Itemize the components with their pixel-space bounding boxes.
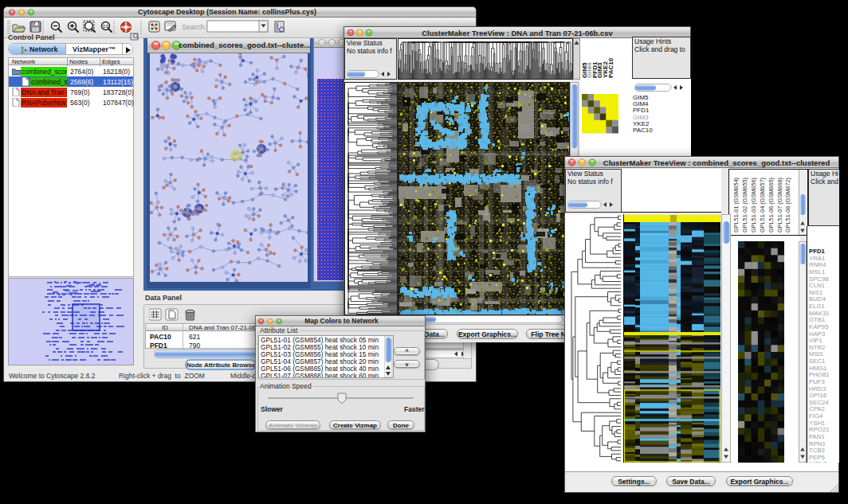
- svg-text:PAC10: PAC10: [607, 57, 614, 78]
- svg-text:1:1: 1:1: [103, 24, 108, 29]
- svg-text:GPL51-08 (GSM872): GPL51-08 (GSM872): [784, 178, 791, 232]
- svg-text:GPL51-04 (GSM857): GPL51-04 (GSM857): [759, 178, 766, 232]
- svg-text:GPL51-06 (GSM865): GPL51-06 (GSM865): [768, 178, 775, 232]
- svg-text:Search:: Search:: [182, 23, 206, 31]
- svg-text:GPL51-02 (GSM855): GPL51-02 (GSM855): [741, 178, 748, 232]
- svg-text:GPL51-03 (GSM856): GPL51-03 (GSM856): [750, 178, 757, 232]
- svg-text:GPL51-07 (GSM868): GPL51-07 (GSM868): [776, 178, 783, 232]
- svg-text:GPL51-01 (GSM854): GPL51-01 (GSM854): [732, 178, 740, 232]
